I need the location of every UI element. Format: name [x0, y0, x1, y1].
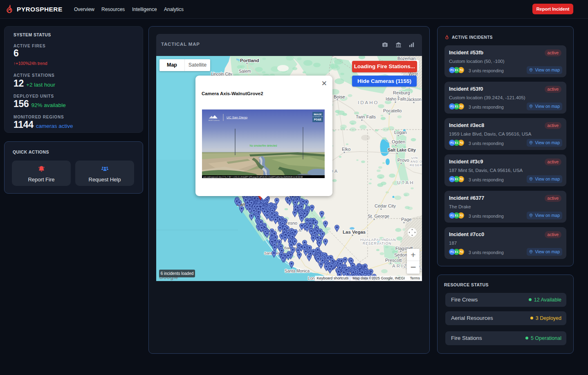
svg-text:No smoke/fire detected: No smoke/fire detected — [250, 144, 277, 147]
svg-text:Cedar City: Cedar City — [375, 203, 396, 208]
svg-text:Elko: Elko — [342, 147, 350, 152]
svg-text:Pocatello: Pocatello — [383, 108, 402, 113]
svg-text:UIN: UIN — [411, 156, 418, 160]
svg-text:axis-walnutgrove2 elev:3' N:+7: axis-walnutgrove2 elev:3' N:+7.98 Y:-0.5… — [203, 176, 303, 178]
svg-text:Rexburg: Rexburg — [393, 90, 410, 95]
svg-text:AND O: AND O — [411, 160, 422, 163]
svg-text:Salt Lake City: Salt Lake City — [388, 147, 416, 152]
svg-text:PG&E: PG&E — [314, 118, 322, 121]
svg-text:RESER: RESER — [410, 163, 422, 167]
svg-text:Page: Page — [401, 217, 412, 222]
svg-text:Jackson: Jackson — [406, 97, 422, 102]
svg-text:Ogden: Ogden — [392, 139, 405, 144]
svg-text:Prescott: Prescott — [385, 258, 402, 263]
svg-text:Idaho Falls: Idaho Falls — [386, 96, 406, 101]
svg-text:IDAHO: IDAHO — [358, 100, 379, 105]
svg-text:Provo: Provo — [397, 158, 409, 163]
svg-text:UTAH: UTAH — [397, 180, 414, 185]
svg-text:Twin Falls: Twin Falls — [356, 114, 376, 119]
svg-text:Santa Monica: Santa Monica — [285, 269, 310, 273]
svg-text:RESERVATION: RESERVATION — [363, 241, 392, 246]
svg-text:Salem: Salem — [239, 69, 251, 74]
svg-text:IMAGE: IMAGE — [314, 113, 322, 116]
svg-text:COURTESY OF: COURTESY OF — [313, 116, 323, 118]
svg-text:Las Vegas: Las Vegas — [343, 230, 366, 234]
svg-text:Boise: Boise — [334, 94, 345, 99]
svg-text:Portland: Portland — [240, 58, 259, 63]
svg-text:ALERTCalifornia: ALERTCalifornia — [209, 120, 220, 121]
svg-text:St. George: St. George — [368, 214, 389, 219]
svg-text:UC San Diego: UC San Diego — [227, 116, 248, 119]
svg-text:Logan: Logan — [394, 130, 407, 135]
